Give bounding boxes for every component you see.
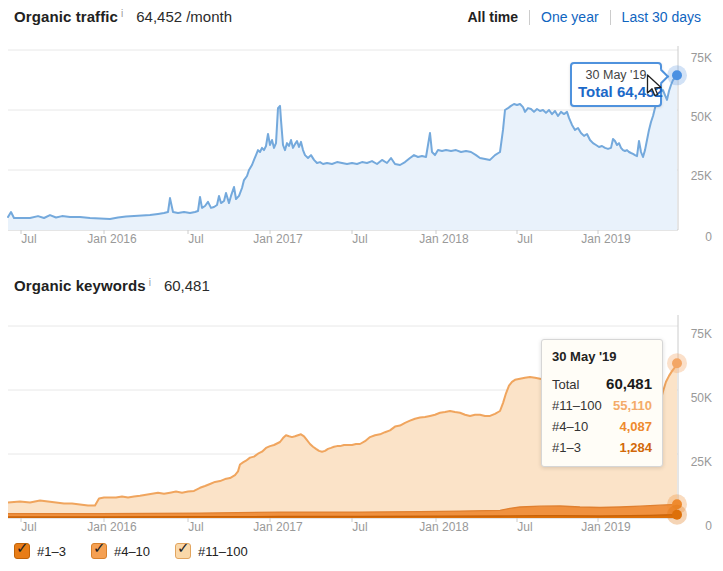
marker-halo xyxy=(667,505,687,525)
keywords-band-edge-2 xyxy=(8,515,677,517)
x-axis-label: Jul xyxy=(188,520,203,534)
x-axis-label: Jul xyxy=(517,520,532,534)
keywords-header: Organic keywords i 60,481 xyxy=(14,277,210,294)
x-axis-label: Jan 2018 xyxy=(419,232,468,246)
row-value: 60,481 xyxy=(606,373,652,394)
tab-separator xyxy=(610,10,611,25)
x-axis-label: Jul xyxy=(21,232,36,246)
keywords-tooltip-date: 30 May '19 xyxy=(552,349,652,364)
keywords-tooltip-row: Total 60,481 xyxy=(552,373,652,395)
legend-checkbox[interactable]: ✓ xyxy=(175,543,191,559)
traffic-tooltip-date: 30 May '19 xyxy=(578,68,654,82)
row-label: #11–100 xyxy=(552,395,602,416)
y-axis-label: 0 xyxy=(688,519,712,533)
x-axis-label: Jul xyxy=(352,520,367,534)
x-axis-label: Jan 2016 xyxy=(87,520,136,534)
x-axis-label: Jul xyxy=(352,232,367,246)
info-icon[interactable]: i xyxy=(121,8,123,19)
keywords-band-1[interactable] xyxy=(8,504,677,518)
keywords-tooltip: 30 May '19 Total 60,481 #11–100 55,110 #… xyxy=(541,339,663,467)
x-axis-label: Jul xyxy=(517,232,532,246)
marker-halo xyxy=(667,65,687,85)
x-axis-label: Jan 2018 xyxy=(419,520,468,534)
row-value: 4,087 xyxy=(619,416,652,437)
row-label: #4–10 xyxy=(552,416,588,437)
legend-checkbox[interactable]: ✓ xyxy=(91,543,107,559)
traffic-value: 64,452 xyxy=(136,8,182,25)
info-icon[interactable]: i xyxy=(149,277,151,288)
date-range-tabs: All time One year Last 30 days xyxy=(467,9,701,25)
keywords-title: Organic keywords xyxy=(14,277,146,294)
x-axis-label: Jan 2017 xyxy=(253,520,302,534)
row-value: 1,284 xyxy=(619,437,652,458)
marker-halo xyxy=(667,353,687,373)
series-end-marker[interactable] xyxy=(672,358,682,368)
row-label: Total xyxy=(552,374,579,395)
y-axis-label: 0 xyxy=(688,230,712,244)
x-axis-label: Jan 2019 xyxy=(581,520,630,534)
series-end-marker[interactable] xyxy=(672,70,682,80)
legend-label: #4–10 xyxy=(114,544,150,559)
keywords-tooltip-row: #11–100 55,110 xyxy=(552,395,652,416)
x-axis-label: Jul xyxy=(188,232,203,246)
legend-item-2[interactable]: ✓#11–100 xyxy=(175,543,248,559)
traffic-title: Organic traffic xyxy=(14,8,118,25)
y-axis-label: 50K xyxy=(688,110,712,124)
tab-last-30-days[interactable]: Last 30 days xyxy=(622,9,701,25)
keywords-tooltip-row: #1–3 1,284 xyxy=(552,437,652,458)
organic-research-panel: Organic traffic i 64,452 /month All time… xyxy=(0,0,723,571)
row-value: 55,110 xyxy=(613,395,652,416)
x-axis-label: Jan 2017 xyxy=(253,232,302,246)
traffic-tooltip-total: Total 64,452 xyxy=(578,83,654,100)
checkmark-icon: ✓ xyxy=(93,540,106,556)
keywords-tooltip-row: #4–10 4,087 xyxy=(552,416,652,437)
x-axis-label: Jul xyxy=(21,520,36,534)
checkmark-icon: ✓ xyxy=(177,540,190,556)
y-axis-label: 25K xyxy=(688,169,712,183)
x-axis-label: Jan 2016 xyxy=(87,232,136,246)
x-axis-label: Jan 2019 xyxy=(581,232,630,246)
row-label: #1–3 xyxy=(552,437,581,458)
series-end-marker[interactable] xyxy=(672,499,682,509)
keywords-band-edge-1 xyxy=(8,504,677,513)
legend-item-1[interactable]: ✓#4–10 xyxy=(91,543,150,559)
checkmark-icon: ✓ xyxy=(16,540,29,556)
legend-label: #11–100 xyxy=(198,544,248,559)
marker-halo xyxy=(667,494,687,514)
traffic-value-suffix: /month xyxy=(186,8,232,25)
legend-label: #1–3 xyxy=(37,544,66,559)
series-end-marker[interactable] xyxy=(672,510,682,520)
traffic-header: Organic traffic i 64,452 /month xyxy=(14,8,232,25)
keywords-value: 60,481 xyxy=(164,277,210,294)
y-axis-label: 50K xyxy=(688,391,712,405)
tab-all-time[interactable]: All time xyxy=(467,9,518,25)
y-axis-label: 75K xyxy=(688,51,712,65)
y-axis-label: 75K xyxy=(688,327,712,341)
legend-item-0[interactable]: ✓#1–3 xyxy=(14,543,66,559)
rank-legend: ✓#1–3✓#4–10✓#11–100 xyxy=(14,543,248,559)
legend-checkbox[interactable]: ✓ xyxy=(14,543,30,559)
keywords-band-2[interactable] xyxy=(8,515,677,518)
y-axis-label: 25K xyxy=(688,455,712,469)
tab-one-year[interactable]: One year xyxy=(541,9,599,25)
tab-separator xyxy=(529,10,530,25)
mouse-cursor-icon xyxy=(646,74,663,98)
